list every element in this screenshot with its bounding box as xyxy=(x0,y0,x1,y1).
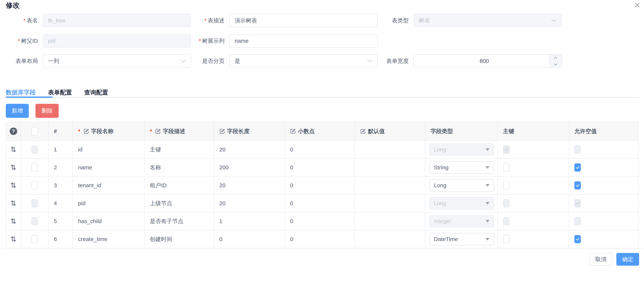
cell-default-value[interactable] xyxy=(355,212,425,230)
allow-null-checkbox[interactable] xyxy=(574,181,581,190)
cell-field-desc[interactable]: 租户ID xyxy=(144,176,214,194)
table-desc-input-field[interactable] xyxy=(234,17,372,24)
cell-field-name[interactable]: pid xyxy=(73,194,144,212)
dropdown-arrow-icon xyxy=(486,220,490,222)
dialog-title: 修改 xyxy=(6,1,20,10)
select-all-checkbox[interactable] xyxy=(32,127,38,135)
cell-default-value[interactable] xyxy=(355,176,425,194)
table-name-input xyxy=(43,14,191,27)
tree-display-input-field[interactable] xyxy=(234,38,372,44)
cell-field-length[interactable]: 20 xyxy=(214,194,285,212)
tab-bar-divider xyxy=(6,97,638,98)
header-field-name: *字段名称 xyxy=(73,122,144,140)
table-desc-input[interactable] xyxy=(229,14,378,27)
close-icon[interactable]: ✕ xyxy=(632,0,642,10)
cell-default-value[interactable] xyxy=(355,230,425,248)
drag-sort-icon[interactable]: ⇅ xyxy=(10,146,16,154)
cell-field-desc[interactable]: 名称 xyxy=(144,159,214,176)
cell-field-name[interactable]: create_time xyxy=(73,230,144,248)
chevron-up-icon xyxy=(554,57,558,59)
is-paged-select[interactable]: 是 xyxy=(229,54,378,68)
tree-display-input[interactable] xyxy=(229,34,378,48)
cell-decimal-point[interactable]: 0 xyxy=(285,159,355,176)
delete-button[interactable]: 删除 xyxy=(36,104,59,118)
allow-null-checkbox[interactable] xyxy=(574,235,581,243)
cell-field-desc[interactable]: 主键 xyxy=(144,141,214,158)
form-layout-select[interactable]: 一列 xyxy=(43,54,191,68)
drag-sort-icon[interactable]: ⇅ xyxy=(10,181,16,190)
cell-field-length[interactable]: 1 xyxy=(214,212,285,230)
cell-decimal-point[interactable]: 0 xyxy=(285,176,355,194)
form-item-table-desc: *表描述 xyxy=(191,14,378,27)
table-type-label: 表类型 xyxy=(376,17,409,24)
row-index: 3 xyxy=(48,176,73,194)
cell-field-name[interactable]: name xyxy=(73,159,144,176)
form-width-value[interactable]: 800 xyxy=(419,58,562,64)
edit-icon xyxy=(360,128,366,134)
primary-key-checkbox xyxy=(503,146,510,154)
cell-decimal-point[interactable]: 0 xyxy=(285,141,355,158)
field-type-select[interactable]: String xyxy=(430,161,494,174)
cell-default-value[interactable] xyxy=(355,159,425,176)
table-type-value: 树表 xyxy=(419,17,430,24)
form-layout-label: 表单布局 xyxy=(6,57,38,65)
row-index: 6 xyxy=(48,230,73,248)
cell-field-length[interactable]: 20 xyxy=(214,141,285,158)
cell-decimal-point[interactable]: 0 xyxy=(285,212,355,230)
cell-field-name[interactable]: id xyxy=(73,141,144,158)
field-type-select[interactable]: DateTime xyxy=(430,233,494,245)
table-row: ⇅ 4 pid 上级节点 20 0 Long xyxy=(6,194,638,212)
cancel-button[interactable]: 取消 xyxy=(590,253,612,266)
quantity-stepper xyxy=(550,55,562,68)
field-type-select[interactable]: Long xyxy=(430,179,494,192)
row-index: 4 xyxy=(48,194,73,212)
primary-key-checkbox[interactable] xyxy=(503,235,510,243)
tab-query-config[interactable]: 查询配置 xyxy=(84,88,108,97)
stepper-down-button[interactable] xyxy=(550,61,562,68)
cell-field-desc[interactable]: 创建时间 xyxy=(144,230,214,248)
form-item-is-paged: 是否分页 是 xyxy=(191,54,378,68)
row-select-checkbox[interactable] xyxy=(32,181,38,190)
primary-key-checkbox[interactable] xyxy=(503,163,510,172)
check-icon xyxy=(504,148,508,151)
header-field-desc: *字段描述 xyxy=(144,122,214,140)
cell-default-value[interactable] xyxy=(355,194,425,212)
row-select-checkbox xyxy=(32,217,38,225)
add-button[interactable]: 新增 xyxy=(6,104,29,118)
field-type-select: Long xyxy=(430,144,494,156)
tab-form-config[interactable]: 表单配置 xyxy=(48,88,72,97)
field-type-value: Long xyxy=(434,200,446,206)
cell-default-value[interactable] xyxy=(355,141,425,158)
drag-sort-icon[interactable]: ⇅ xyxy=(10,235,16,243)
primary-key-checkbox xyxy=(503,217,510,225)
active-tab-indicator xyxy=(6,96,52,98)
header-index: # xyxy=(48,122,73,140)
drag-sort-icon[interactable]: ⇅ xyxy=(10,217,16,225)
table-desc-label: *表描述 xyxy=(191,17,224,24)
edit-icon xyxy=(83,128,89,134)
row-select-checkbox[interactable] xyxy=(32,235,38,243)
cell-field-length[interactable]: 200 xyxy=(214,159,285,176)
cell-field-desc[interactable]: 是否有子节点 xyxy=(144,212,214,230)
cell-decimal-point[interactable]: 0 xyxy=(285,230,355,248)
drag-sort-icon[interactable]: ⇅ xyxy=(10,199,16,208)
table-row: ⇅ 3 tenant_id 租户ID 20 0 Long xyxy=(6,176,638,194)
field-type-value: DateTime xyxy=(434,236,458,242)
stepper-up-button[interactable] xyxy=(550,55,562,61)
tab-database-fields[interactable]: 数据库字段 xyxy=(6,88,36,97)
cell-field-length[interactable]: 0 xyxy=(214,230,285,248)
edit-dialog: 修改 ✕ *表名 *表描述 表类型 树表 *树父ID *树展示列 表单布局 xyxy=(0,0,644,292)
cell-field-name[interactable]: has_child xyxy=(73,212,144,230)
dropdown-arrow-icon xyxy=(486,166,490,169)
cell-field-length[interactable]: 20 xyxy=(214,176,285,194)
allow-null-checkbox[interactable] xyxy=(574,163,581,172)
cell-decimal-point[interactable]: 0 xyxy=(285,194,355,212)
form-width-number-input[interactable]: 800 xyxy=(414,54,562,68)
help-icon: ? xyxy=(10,128,17,135)
cell-field-name[interactable]: tenant_id xyxy=(73,176,144,194)
row-select-checkbox[interactable] xyxy=(32,163,38,172)
drag-sort-icon[interactable]: ⇅ xyxy=(10,163,16,172)
cell-field-desc[interactable]: 上级节点 xyxy=(144,194,214,212)
primary-key-checkbox[interactable] xyxy=(503,181,510,190)
confirm-button[interactable]: 确定 xyxy=(616,253,639,266)
